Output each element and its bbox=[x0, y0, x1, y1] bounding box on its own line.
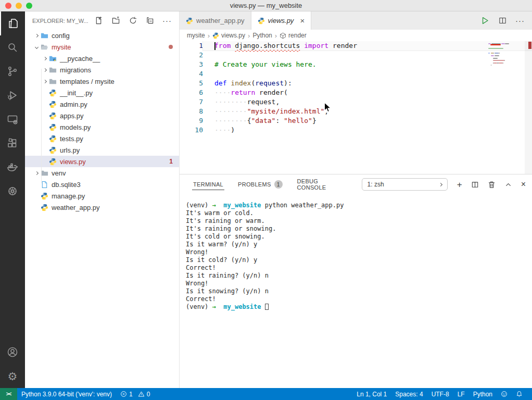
status-label: Python 3.9.0 64-bit ('venv': venv) bbox=[21, 391, 112, 398]
warning-count: 0 bbox=[147, 391, 150, 398]
activity-item-extensions[interactable] bbox=[0, 131, 25, 155]
breadcrumb-label: mysite bbox=[187, 32, 205, 39]
activity-item-run-debug[interactable] bbox=[0, 83, 25, 107]
code-line-1[interactable]: 1from django.shortcuts import render bbox=[180, 41, 532, 51]
activity-item-source-control[interactable] bbox=[0, 59, 25, 83]
tree-item-label: weather_app.py bbox=[52, 204, 100, 211]
terminal-output[interactable]: (venv) → my_website python weather_app.p… bbox=[180, 194, 532, 311]
new-file-icon[interactable] bbox=[94, 16, 103, 26]
minimize-window-button[interactable] bbox=[16, 3, 22, 9]
code-line-text: ········request, bbox=[214, 97, 280, 107]
status-indentation[interactable]: Spaces: 4 bbox=[391, 388, 427, 400]
panel-tab-terminal[interactable]: TERMINAL bbox=[192, 179, 224, 190]
breadcrumb-item-views-py[interactable]: views.py bbox=[212, 32, 245, 39]
tree-item-label: manage.py bbox=[52, 192, 85, 200]
chevron-right-icon bbox=[32, 34, 41, 37]
tree-item-templates-mysite[interactable]: templates / mysite bbox=[25, 76, 179, 87]
tree-item-mysite[interactable]: mysite bbox=[25, 41, 179, 53]
code-line-5[interactable]: 5def index(request): bbox=[180, 79, 532, 88]
tree-item-weather-app-py[interactable]: weather_app.py bbox=[25, 202, 179, 213]
status-eol[interactable]: LF bbox=[453, 388, 469, 400]
status-python-interpreter[interactable]: Python 3.9.0 64-bit ('venv': venv) bbox=[17, 388, 116, 400]
terminal-panel: TERMINALPROBLEMS1DEBUG CONSOLE 1: zsh +×… bbox=[180, 174, 532, 388]
tree-item-label: venv bbox=[52, 169, 66, 177]
close-tab-icon[interactable]: × bbox=[300, 16, 305, 25]
close-window-button[interactable] bbox=[5, 3, 11, 9]
code-line-2[interactable]: 2 bbox=[180, 51, 532, 60]
status-language-mode[interactable]: Python bbox=[469, 388, 497, 400]
tab-views-py[interactable]: views.py× bbox=[251, 11, 312, 30]
split-editor-button[interactable] bbox=[498, 16, 507, 25]
tree-item-db-sqlite3[interactable]: db.sqlite3 bbox=[25, 179, 179, 190]
tree-item-manage-py[interactable]: manage.py bbox=[25, 190, 179, 202]
tab-label: views.py bbox=[268, 17, 294, 24]
refresh-icon[interactable] bbox=[128, 16, 137, 26]
code-line-9[interactable]: 9········{"data": "hello"} bbox=[180, 116, 532, 126]
status-label: Spaces: 4 bbox=[395, 391, 423, 398]
panel-tab-problems[interactable]: PROBLEMS1 bbox=[237, 178, 284, 191]
more-button[interactable]: ··· bbox=[515, 16, 525, 25]
code-line-7[interactable]: 7········request, bbox=[180, 97, 532, 107]
run-button[interactable] bbox=[480, 16, 490, 26]
breadcrumb: mysite›views.py›Python›render bbox=[180, 30, 532, 41]
tree-item-venv[interactable]: venv bbox=[25, 167, 179, 179]
breadcrumb-item-render[interactable]: render bbox=[280, 32, 307, 39]
minimap[interactable] bbox=[487, 42, 524, 73]
chevron-up-button[interactable] bbox=[504, 181, 512, 189]
tree-item-tests-py[interactable]: tests.py bbox=[25, 133, 179, 144]
activity-item-explorer[interactable] bbox=[0, 11, 25, 35]
collapse-all-icon[interactable] bbox=[145, 16, 155, 26]
close-button[interactable]: × bbox=[521, 180, 526, 189]
remote-indicator[interactable]: >< bbox=[0, 388, 17, 400]
overview-ruler[interactable] bbox=[525, 41, 532, 174]
new-folder-icon[interactable] bbox=[111, 16, 120, 26]
tree-item-migrations[interactable]: migrations bbox=[25, 64, 179, 76]
indent-guide bbox=[41, 69, 42, 183]
tree-item-label: apps.py bbox=[60, 112, 84, 120]
code-line-4[interactable]: 4 bbox=[180, 69, 532, 79]
tree-item-apps-py[interactable]: apps.py bbox=[25, 110, 179, 121]
tree-item--pycache-[interactable]: __pycache__ bbox=[25, 53, 179, 64]
terminal-line: (venv) → my_website python weather_app.p… bbox=[186, 202, 532, 209]
more-icon[interactable]: ··· bbox=[162, 16, 172, 26]
titlebar: views.py — my_website bbox=[0, 0, 532, 11]
code-line-8[interactable]: 8········"mysite/index.html", bbox=[180, 107, 532, 116]
tree-item-models-py[interactable]: models.py bbox=[25, 121, 179, 133]
tree-item--init-py[interactable]: __init__.py bbox=[25, 87, 179, 98]
terminal-shell-select[interactable]: 1: zsh bbox=[362, 178, 448, 191]
tree-item-admin-py[interactable]: admin.py bbox=[25, 98, 179, 110]
activity-item-settings[interactable]: ⚙ bbox=[0, 364, 25, 388]
terminal-cursor bbox=[265, 304, 269, 310]
status-problems[interactable]: 10 bbox=[116, 388, 154, 400]
folder-python-icon bbox=[49, 54, 58, 63]
tab-weather-app-py[interactable]: weather_app.py bbox=[180, 11, 251, 30]
status-encoding[interactable]: UTF-8 bbox=[427, 388, 453, 400]
status-feedback[interactable] bbox=[497, 388, 512, 400]
status-notifications[interactable] bbox=[512, 388, 527, 400]
activity-item-wheel[interactable] bbox=[0, 179, 25, 203]
terminal-line: It's warm or cold. bbox=[186, 209, 532, 217]
breadcrumb-separator: › bbox=[275, 32, 277, 40]
code-line-6[interactable]: 6····return render( bbox=[180, 88, 532, 97]
split-button[interactable] bbox=[471, 181, 479, 189]
activity-item-search[interactable] bbox=[0, 35, 25, 59]
zoom-window-button[interactable] bbox=[26, 3, 32, 9]
tree-item-urls-py[interactable]: urls.py bbox=[25, 144, 179, 156]
code-editor[interactable]: 1from django.shortcuts import render23# … bbox=[180, 41, 532, 174]
breadcrumb-item-python[interactable]: Python bbox=[252, 32, 272, 39]
status-cursor-position[interactable]: Ln 1, Col 1 bbox=[352, 388, 391, 400]
activity-item-remote-explorer[interactable] bbox=[0, 107, 25, 131]
error-marker-icon bbox=[528, 42, 531, 49]
tree-item-views-py[interactable]: views.py1 bbox=[25, 156, 179, 167]
trash-button[interactable] bbox=[488, 181, 496, 189]
tree-item-config[interactable]: config bbox=[25, 30, 179, 41]
chevron-right-icon bbox=[41, 80, 49, 83]
panel-tab-debug-console[interactable]: DEBUG CONSOLE bbox=[296, 176, 349, 193]
activity-item-account[interactable] bbox=[0, 340, 25, 364]
code-line-10[interactable]: 10····) bbox=[180, 126, 532, 135]
add-button[interactable]: + bbox=[457, 180, 462, 189]
breadcrumb-item-mysite[interactable]: mysite bbox=[187, 32, 205, 39]
breadcrumb-label: Python bbox=[252, 32, 272, 39]
activity-item-docker[interactable] bbox=[0, 155, 25, 179]
code-line-3[interactable]: 3# Create your views here. bbox=[180, 60, 532, 69]
